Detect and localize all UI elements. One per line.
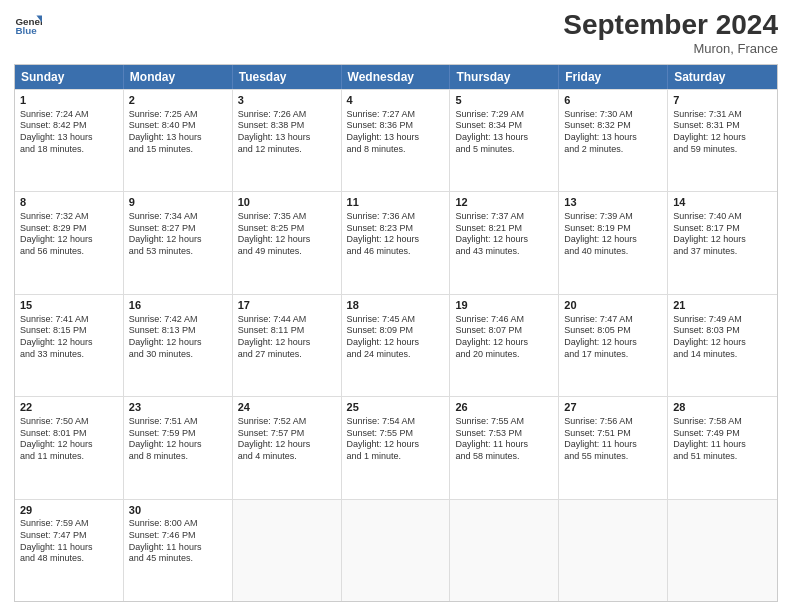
calendar-row-3: 15Sunrise: 7:41 AMSunset: 8:15 PMDayligh… [15, 294, 777, 396]
day-number: 22 [20, 400, 118, 415]
day-cell-15: 15Sunrise: 7:41 AMSunset: 8:15 PMDayligh… [15, 295, 124, 396]
day-number: 30 [129, 503, 227, 518]
day-number: 25 [347, 400, 445, 415]
day-info: Sunrise: 7:37 AMSunset: 8:21 PMDaylight:… [455, 211, 553, 258]
day-cell-22: 22Sunrise: 7:50 AMSunset: 8:01 PMDayligh… [15, 397, 124, 498]
day-number: 14 [673, 195, 772, 210]
day-info: Sunrise: 7:40 AMSunset: 8:17 PMDaylight:… [673, 211, 772, 258]
calendar-header: SundayMondayTuesdayWednesdayThursdayFrid… [15, 65, 777, 89]
day-info: Sunrise: 7:24 AMSunset: 8:42 PMDaylight:… [20, 109, 118, 156]
day-number: 23 [129, 400, 227, 415]
day-number: 9 [129, 195, 227, 210]
day-cell-17: 17Sunrise: 7:44 AMSunset: 8:11 PMDayligh… [233, 295, 342, 396]
day-number: 3 [238, 93, 336, 108]
title-area: September 2024 Muron, France [563, 10, 778, 56]
page-header: General Blue September 2024 Muron, Franc… [14, 10, 778, 56]
day-info: Sunrise: 7:25 AMSunset: 8:40 PMDaylight:… [129, 109, 227, 156]
day-info: Sunrise: 7:54 AMSunset: 7:55 PMDaylight:… [347, 416, 445, 463]
day-info: Sunrise: 7:34 AMSunset: 8:27 PMDaylight:… [129, 211, 227, 258]
day-info: Sunrise: 7:27 AMSunset: 8:36 PMDaylight:… [347, 109, 445, 156]
day-cell-24: 24Sunrise: 7:52 AMSunset: 7:57 PMDayligh… [233, 397, 342, 498]
day-number: 12 [455, 195, 553, 210]
day-header-friday: Friday [559, 65, 668, 89]
day-cell-7: 7Sunrise: 7:31 AMSunset: 8:31 PMDaylight… [668, 90, 777, 191]
day-cell-27: 27Sunrise: 7:56 AMSunset: 7:51 PMDayligh… [559, 397, 668, 498]
day-number: 16 [129, 298, 227, 313]
day-cell-10: 10Sunrise: 7:35 AMSunset: 8:25 PMDayligh… [233, 192, 342, 293]
day-info: Sunrise: 7:36 AMSunset: 8:23 PMDaylight:… [347, 211, 445, 258]
day-info: Sunrise: 7:31 AMSunset: 8:31 PMDaylight:… [673, 109, 772, 156]
day-cell-23: 23Sunrise: 7:51 AMSunset: 7:59 PMDayligh… [124, 397, 233, 498]
day-info: Sunrise: 7:56 AMSunset: 7:51 PMDaylight:… [564, 416, 662, 463]
day-cell-26: 26Sunrise: 7:55 AMSunset: 7:53 PMDayligh… [450, 397, 559, 498]
day-number: 21 [673, 298, 772, 313]
day-cell-30: 30Sunrise: 8:00 AMSunset: 7:46 PMDayligh… [124, 500, 233, 601]
day-header-tuesday: Tuesday [233, 65, 342, 89]
day-info: Sunrise: 7:51 AMSunset: 7:59 PMDaylight:… [129, 416, 227, 463]
day-info: Sunrise: 7:41 AMSunset: 8:15 PMDaylight:… [20, 314, 118, 361]
day-info: Sunrise: 7:45 AMSunset: 8:09 PMDaylight:… [347, 314, 445, 361]
day-cell-6: 6Sunrise: 7:30 AMSunset: 8:32 PMDaylight… [559, 90, 668, 191]
day-cell-13: 13Sunrise: 7:39 AMSunset: 8:19 PMDayligh… [559, 192, 668, 293]
day-number: 17 [238, 298, 336, 313]
day-cell-25: 25Sunrise: 7:54 AMSunset: 7:55 PMDayligh… [342, 397, 451, 498]
calendar-row-5: 29Sunrise: 7:59 AMSunset: 7:47 PMDayligh… [15, 499, 777, 601]
day-info: Sunrise: 7:49 AMSunset: 8:03 PMDaylight:… [673, 314, 772, 361]
calendar: SundayMondayTuesdayWednesdayThursdayFrid… [14, 64, 778, 602]
day-info: Sunrise: 7:32 AMSunset: 8:29 PMDaylight:… [20, 211, 118, 258]
day-info: Sunrise: 7:26 AMSunset: 8:38 PMDaylight:… [238, 109, 336, 156]
day-number: 13 [564, 195, 662, 210]
day-number: 18 [347, 298, 445, 313]
day-number: 11 [347, 195, 445, 210]
day-number: 4 [347, 93, 445, 108]
location: Muron, France [563, 41, 778, 56]
day-info: Sunrise: 7:30 AMSunset: 8:32 PMDaylight:… [564, 109, 662, 156]
empty-cell [668, 500, 777, 601]
day-info: Sunrise: 7:47 AMSunset: 8:05 PMDaylight:… [564, 314, 662, 361]
day-info: Sunrise: 7:58 AMSunset: 7:49 PMDaylight:… [673, 416, 772, 463]
day-cell-14: 14Sunrise: 7:40 AMSunset: 8:17 PMDayligh… [668, 192, 777, 293]
day-header-sunday: Sunday [15, 65, 124, 89]
calendar-body: 1Sunrise: 7:24 AMSunset: 8:42 PMDaylight… [15, 89, 777, 601]
day-cell-1: 1Sunrise: 7:24 AMSunset: 8:42 PMDaylight… [15, 90, 124, 191]
day-info: Sunrise: 7:44 AMSunset: 8:11 PMDaylight:… [238, 314, 336, 361]
day-header-wednesday: Wednesday [342, 65, 451, 89]
calendar-row-4: 22Sunrise: 7:50 AMSunset: 8:01 PMDayligh… [15, 396, 777, 498]
empty-cell [559, 500, 668, 601]
logo-icon: General Blue [14, 10, 42, 38]
month-title: September 2024 [563, 10, 778, 41]
logo: General Blue [14, 10, 42, 38]
day-cell-8: 8Sunrise: 7:32 AMSunset: 8:29 PMDaylight… [15, 192, 124, 293]
empty-cell [233, 500, 342, 601]
day-info: Sunrise: 7:46 AMSunset: 8:07 PMDaylight:… [455, 314, 553, 361]
day-cell-3: 3Sunrise: 7:26 AMSunset: 8:38 PMDaylight… [233, 90, 342, 191]
day-number: 1 [20, 93, 118, 108]
empty-cell [342, 500, 451, 601]
day-number: 19 [455, 298, 553, 313]
day-info: Sunrise: 7:29 AMSunset: 8:34 PMDaylight:… [455, 109, 553, 156]
day-cell-28: 28Sunrise: 7:58 AMSunset: 7:49 PMDayligh… [668, 397, 777, 498]
day-header-monday: Monday [124, 65, 233, 89]
day-number: 28 [673, 400, 772, 415]
day-number: 27 [564, 400, 662, 415]
day-cell-21: 21Sunrise: 7:49 AMSunset: 8:03 PMDayligh… [668, 295, 777, 396]
day-cell-18: 18Sunrise: 7:45 AMSunset: 8:09 PMDayligh… [342, 295, 451, 396]
day-cell-4: 4Sunrise: 7:27 AMSunset: 8:36 PMDaylight… [342, 90, 451, 191]
day-number: 6 [564, 93, 662, 108]
day-info: Sunrise: 7:59 AMSunset: 7:47 PMDaylight:… [20, 518, 118, 565]
day-cell-29: 29Sunrise: 7:59 AMSunset: 7:47 PMDayligh… [15, 500, 124, 601]
day-info: Sunrise: 7:35 AMSunset: 8:25 PMDaylight:… [238, 211, 336, 258]
day-cell-19: 19Sunrise: 7:46 AMSunset: 8:07 PMDayligh… [450, 295, 559, 396]
day-cell-11: 11Sunrise: 7:36 AMSunset: 8:23 PMDayligh… [342, 192, 451, 293]
day-cell-9: 9Sunrise: 7:34 AMSunset: 8:27 PMDaylight… [124, 192, 233, 293]
day-number: 10 [238, 195, 336, 210]
day-info: Sunrise: 7:52 AMSunset: 7:57 PMDaylight:… [238, 416, 336, 463]
day-info: Sunrise: 7:55 AMSunset: 7:53 PMDaylight:… [455, 416, 553, 463]
day-number: 7 [673, 93, 772, 108]
day-cell-12: 12Sunrise: 7:37 AMSunset: 8:21 PMDayligh… [450, 192, 559, 293]
day-cell-2: 2Sunrise: 7:25 AMSunset: 8:40 PMDaylight… [124, 90, 233, 191]
day-info: Sunrise: 7:42 AMSunset: 8:13 PMDaylight:… [129, 314, 227, 361]
empty-cell [450, 500, 559, 601]
day-number: 5 [455, 93, 553, 108]
day-number: 26 [455, 400, 553, 415]
